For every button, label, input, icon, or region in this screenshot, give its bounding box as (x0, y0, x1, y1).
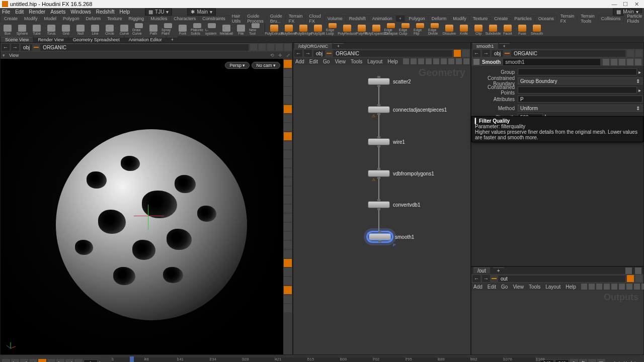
net-back-button[interactable]: ← (294, 50, 302, 57)
viewport-tool-button[interactable] (284, 196, 292, 204)
viewport-tool-button[interactable] (284, 114, 292, 122)
shelf-tab-add[interactable]: + (396, 16, 405, 22)
shelf-tool[interactable]: PolyBevel (282, 23, 295, 35)
viewport-tool-button[interactable] (284, 78, 292, 86)
shelf-tool[interactable]: Edge Loop (326, 23, 339, 35)
viewport-tool-button[interactable] (284, 132, 292, 140)
out-toolbar-icon[interactable] (626, 284, 632, 290)
shelf-tab[interactable]: Create (491, 16, 511, 22)
network-toolbar-icon[interactable] (403, 58, 409, 64)
viewport-tool-button[interactable] (284, 205, 292, 213)
back-button[interactable]: ← (2, 44, 10, 51)
handle-icon-1[interactable]: ⟲ (270, 53, 274, 58)
info-icon[interactable] (627, 59, 633, 65)
shelf-tab[interactable]: Terrain Tools (578, 13, 598, 24)
network-toolbar-icon[interactable] (433, 58, 439, 64)
shelf-tool[interactable]: PolyExtrude (268, 23, 281, 35)
shelf-tab[interactable]: Texture (470, 16, 491, 22)
node[interactable]: vdbfrompolygons1⚠ (368, 170, 434, 177)
shelf-tool[interactable]: New Tool (249, 23, 262, 35)
shelf-tool[interactable]: Curve (118, 23, 131, 35)
geo-icon[interactable] (34, 47, 39, 48)
network-toolbar-icon[interactable] (463, 58, 469, 64)
help-icon[interactable] (635, 59, 641, 65)
desktop-tab[interactable]: Geometry Spreadsheet (69, 37, 124, 42)
step-back-button[interactable]: ◀Ⅰ (20, 359, 28, 362)
net-sticky-icon[interactable] (462, 50, 469, 57)
shelf-tab[interactable]: Animation (369, 16, 395, 22)
box-icon[interactable] (284, 44, 291, 51)
out-s-icon[interactable] (635, 275, 642, 282)
realtime-icon[interactable]: ⏱ (579, 359, 587, 362)
timeline-track[interactable]: 1481412343284215156087027958899821076116… (112, 357, 536, 362)
input-group[interactable] (518, 68, 637, 75)
shelf-tab[interactable]: Texture (104, 16, 125, 22)
viewport-tool-button[interactable] (284, 241, 292, 249)
net-forward-button[interactable]: → (304, 50, 312, 57)
shelf-tool[interactable]: Torus (45, 23, 58, 35)
network-tab[interactable]: /obj/ORGANIC (294, 43, 332, 49)
shelf-tab[interactable]: Redshift (346, 16, 369, 22)
shelf-tool[interactable]: Spray Paint (162, 23, 175, 35)
shelf-tab[interactable]: Rigging (126, 16, 147, 22)
viewport-tool-button[interactable] (284, 259, 292, 267)
shelf-tab[interactable]: Oceans (535, 16, 557, 22)
viewport-tool-button[interactable] (284, 87, 292, 95)
shelf-tab[interactable]: Muscles (147, 16, 170, 22)
cp-arrow-icon[interactable]: ▸ (637, 87, 642, 93)
param-path-obj[interactable]: obj (492, 50, 503, 57)
shelf-tool[interactable]: PolyExpand2D (370, 23, 383, 35)
input-cp[interactable] (518, 86, 637, 94)
shelf-tool[interactable]: Line (89, 23, 102, 35)
loop-icon[interactable]: ⟳ (570, 359, 578, 362)
network-toolbar-icon[interactable] (441, 58, 447, 64)
pin-icon[interactable] (250, 44, 257, 51)
network-menu-item[interactable]: View (335, 59, 346, 64)
shelf-tool[interactable]: Path (147, 23, 160, 35)
shelf-tool[interactable]: Box (1, 23, 14, 35)
path-node[interactable]: ORGANIC (40, 44, 249, 51)
param-pin-icon[interactable] (627, 50, 634, 57)
out-toolbar-icon[interactable] (589, 284, 595, 290)
shelf-tab[interactable]: Particles (511, 16, 535, 22)
range-frame[interactable]: 240 (555, 359, 569, 362)
shelf-tab[interactable]: Particle Fluids (624, 13, 644, 24)
out-fwd[interactable]: → (482, 275, 490, 282)
shelf-tab[interactable]: Constraints (199, 16, 228, 22)
desktop-tab[interactable]: Scene View (1, 37, 33, 42)
desktop-tab[interactable]: Animation Editor (125, 37, 166, 42)
shelf-tool[interactable]: Edge Collapse (384, 23, 397, 35)
shelf-tool[interactable]: Null (74, 23, 87, 35)
shelf-tool[interactable]: File (234, 23, 248, 35)
out-menu-item[interactable]: Go (501, 284, 508, 290)
viewport-tool-button[interactable] (284, 277, 292, 285)
shelf-tab[interactable]: Guide Process (244, 13, 267, 24)
sphere-icon[interactable] (259, 44, 266, 51)
out-path[interactable]: out (498, 276, 625, 282)
shelf-tool[interactable]: PolyReduce (341, 23, 354, 35)
network-menu-item[interactable]: Edit (309, 59, 318, 64)
shelf-tab[interactable]: Terrain FX (557, 13, 578, 24)
viewport-tool-button[interactable] (284, 168, 292, 176)
shelf-tool[interactable]: Smooth (530, 23, 543, 35)
display-icon[interactable] (276, 44, 283, 51)
param-path-node[interactable]: ORGANIC (511, 50, 625, 57)
shelf-tab[interactable]: Volume (325, 16, 346, 22)
out-network-view[interactable]: Outputs (471, 290, 643, 354)
param-tab[interactable]: smooth1 (472, 43, 498, 49)
shelf-tool[interactable]: Facet (501, 23, 514, 35)
viewport[interactable]: Persp ▾ No cam ▾ (1, 59, 283, 354)
out-toolbar-icon[interactable] (611, 284, 617, 290)
viewport-tool-button[interactable] (284, 223, 292, 231)
out-toolbar-icon[interactable] (581, 284, 587, 290)
node[interactable]: convertvdb1 (368, 201, 420, 208)
network-menu-item[interactable]: Help (387, 59, 398, 64)
net-geo-icon[interactable] (327, 53, 332, 54)
menu-help[interactable]: Help (119, 9, 130, 15)
out-d-icon[interactable] (627, 275, 634, 282)
out-toolbar-icon[interactable] (596, 284, 602, 290)
node[interactable]: wire1 (368, 138, 405, 145)
handle-icon-2[interactable]: ✛ (278, 53, 282, 58)
shelf-tool[interactable]: Dissolve (443, 23, 456, 35)
network-menu-item[interactable]: Add (295, 59, 304, 64)
